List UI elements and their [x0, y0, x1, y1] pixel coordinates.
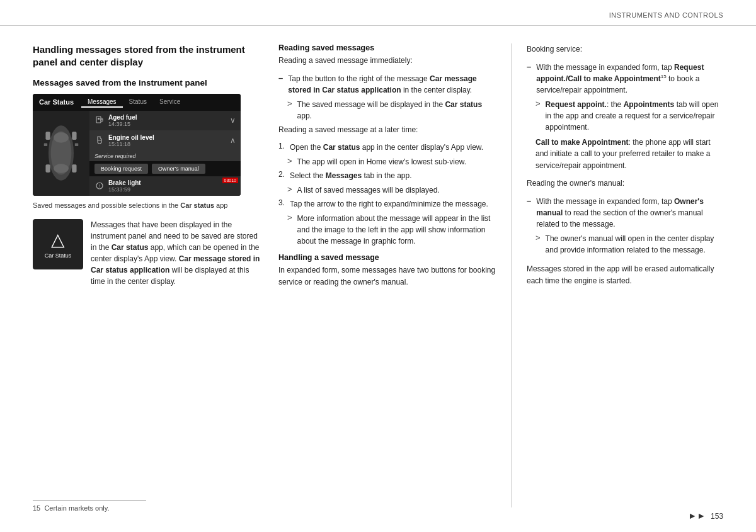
oil-msg-text: Engine oil level 15:11:18 [108, 134, 226, 147]
page-number: 153 [711, 512, 723, 521]
car-status-description: Messages that have been displayed in the… [91, 219, 263, 287]
svg-point-3 [54, 164, 69, 173]
app-header: Car Status Messages Status Service [33, 94, 241, 111]
footnote-number: 15 [33, 504, 40, 512]
step-2-sub: > A list of saved messages will be displ… [287, 184, 496, 196]
arrow-symbol-6: > [536, 233, 541, 256]
car-status-icon-label: Car Status [45, 252, 72, 259]
msg-item-fuel: Aged fuel 14:39:15 ∨ [89, 111, 241, 131]
arrow-symbol-5: > [536, 99, 541, 133]
arrow-symbol-4: > [287, 213, 292, 247]
svg-rect-5 [72, 132, 76, 140]
booking-request-btn[interactable]: Booking request [94, 164, 148, 174]
arrow-symbol-2: > [287, 156, 292, 167]
step-3-num: 3. [278, 198, 285, 210]
dash-symbol-manual: – [527, 196, 531, 230]
reading-dash-text: Tap the button to the right of the messa… [288, 73, 496, 96]
svg-rect-9 [75, 144, 78, 147]
reading-saved-body: Reading a saved message immediately: [278, 55, 496, 67]
app-screenshot-caption: Saved messages and possible selections i… [33, 201, 263, 210]
dash-symbol: – [278, 73, 283, 96]
app-body: Aged fuel 14:39:15 ∨ [33, 111, 241, 196]
svg-rect-6 [45, 164, 50, 173]
booking-sub2: Call to make Appointment: the phone app … [536, 137, 723, 172]
brake-msg-name: Brake light [108, 179, 236, 186]
sub-title: Messages saved from the instrument panel [33, 78, 263, 88]
arrow-symbol: > [287, 99, 292, 122]
app-tabs: Messages Status Service [81, 97, 234, 108]
car-svg [39, 122, 83, 184]
booking-sub2-text: Call to make Appointment: the phone app … [536, 137, 723, 172]
step-1-num: 1. [278, 142, 285, 153]
owners-manual-btn[interactable]: Owner's manual [152, 164, 205, 174]
reading-sub-text: The saved message will be displayed in t… [297, 99, 496, 122]
dash-symbol-right: – [527, 62, 531, 96]
left-column: Handling messages stored from the instru… [33, 43, 278, 507]
handling-saved-body: In expanded form, some messages have two… [278, 264, 496, 288]
right-column: Booking service: – With the message in e… [512, 43, 723, 507]
manual-dash-text: With the message in expanded form, tap O… [536, 196, 723, 230]
fuel-msg-time: 14:39:15 [108, 121, 226, 127]
step-1-sub-text: The app will open in Home view's lowest … [297, 156, 466, 167]
svg-point-2 [54, 132, 69, 142]
svg-rect-7 [72, 164, 76, 173]
tab-messages: Messages [81, 97, 123, 108]
erased-section: Messages stored in the app will be erase… [527, 263, 723, 286]
fuel-icon [94, 115, 105, 125]
arrow-symbol-3: > [287, 184, 292, 196]
booking-sub1-text: Request appoint.: the Appointments tab w… [546, 99, 723, 133]
service-required-bar: Service required [89, 151, 241, 161]
svg-rect-8 [44, 144, 47, 147]
manual-sub-text: The owner's manual will open in the cent… [546, 233, 723, 256]
handling-body-text: In expanded form, some messages have two… [278, 264, 496, 288]
svg-rect-4 [45, 132, 50, 140]
caption-bold: Car status [180, 201, 214, 209]
car-status-app-icon: △ Car Status [33, 219, 83, 269]
footnote-text: Certain markets only. [44, 504, 109, 512]
app-title: Car Status [39, 98, 74, 106]
booking-dash: – With the message in expanded form, tap… [527, 62, 723, 96]
handling-saved-title: Handling a saved message [278, 253, 496, 262]
reading-manual-section: Reading the owner's manual: [527, 178, 723, 190]
middle-column: Reading saved messages Reading a saved m… [278, 43, 512, 507]
brake-msg-text: Brake light 15:33:59 [108, 179, 236, 193]
oil-icon [94, 135, 105, 145]
main-title: Handling messages stored from the instru… [33, 43, 263, 69]
app-screenshot: Car Status Messages Status Service [33, 94, 241, 196]
tab-service: Service [153, 97, 186, 108]
svg-text:!: ! [99, 184, 100, 188]
step-2: 2. Select the Messages tab in the app. [278, 170, 496, 181]
step-2-num: 2. [278, 170, 285, 181]
warning-triangle-icon: △ [51, 229, 65, 250]
step-3-sub-text: More information about the message will … [297, 213, 496, 247]
booking-title: Booking service: [527, 43, 723, 55]
car-image-area [33, 111, 89, 196]
car-status-box: △ Car Status Messages that have been dis… [33, 219, 263, 287]
erased-text: Messages stored in the app will be erase… [527, 263, 723, 286]
fuel-msg-name: Aged fuel [108, 114, 226, 121]
step-2-sub-text: A list of saved messages will be display… [297, 184, 440, 196]
brake-icon: ! [94, 181, 105, 191]
footnote: 15 Certain markets only. [33, 500, 146, 512]
oil-msg-time: 15:11:18 [108, 141, 226, 147]
step-3-sub: > More information about the message wil… [287, 213, 496, 247]
manual-sub: > The owner's manual will open in the ce… [536, 233, 723, 256]
messages-list: Aged fuel 14:39:15 ∨ [89, 111, 241, 196]
nav-arrows: ►► [688, 511, 706, 521]
tab-status: Status [123, 97, 153, 108]
brake-row: ! Brake light 15:33:59 03010 [89, 176, 241, 196]
brake-msg-time: 15:33:59 [108, 186, 236, 193]
reading-saved-title: Reading saved messages [278, 43, 496, 52]
reading-later: Reading a saved message at a later time: [278, 124, 496, 136]
booking-dash-text: With the message in expanded form, tap R… [536, 62, 723, 96]
fuel-expand-arrow: ∨ [230, 116, 236, 125]
step-1: 1. Open the Car status app in the center… [278, 142, 496, 153]
oil-expand-arrow: ∧ [230, 136, 236, 145]
chapter-title: INSTRUMENTS AND CONTROLS [609, 11, 723, 19]
reading-sub-bullet: > The saved message will be displayed in… [287, 99, 496, 122]
booking-title-text: Booking service: [527, 43, 723, 55]
step-1-text: Open the Car status app in the center di… [290, 142, 483, 153]
step-2-text: Select the Messages tab in the app. [290, 170, 411, 181]
oil-msg-name: Engine oil level [108, 134, 226, 141]
step-1-sub: > The app will open in Home view's lowes… [287, 156, 496, 167]
